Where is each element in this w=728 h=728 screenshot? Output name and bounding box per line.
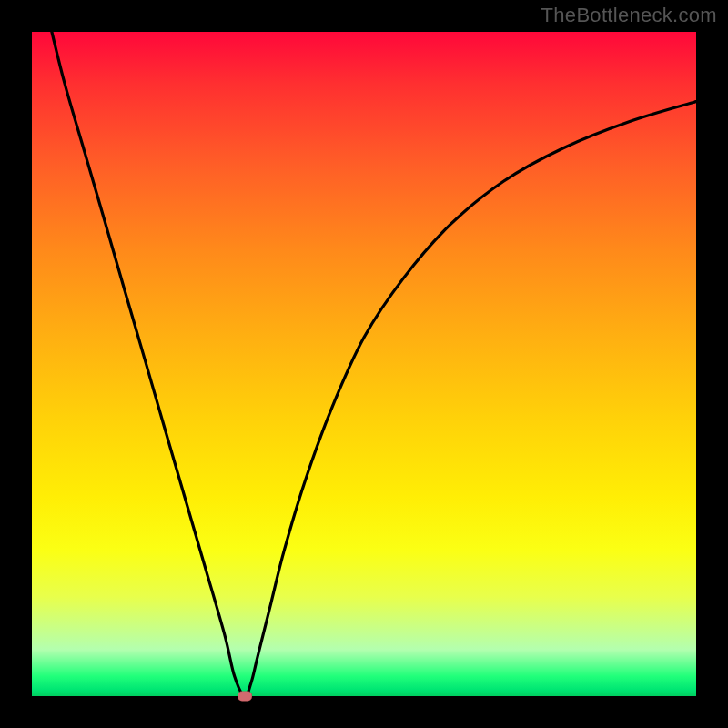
chart-container: TheBottleneck.com (0, 0, 728, 728)
watermark-text: TheBottleneck.com (541, 4, 717, 27)
curve-layer (32, 32, 696, 696)
optimal-point-marker (238, 692, 252, 702)
bottleneck-curve (52, 32, 696, 696)
plot-area (32, 32, 696, 696)
